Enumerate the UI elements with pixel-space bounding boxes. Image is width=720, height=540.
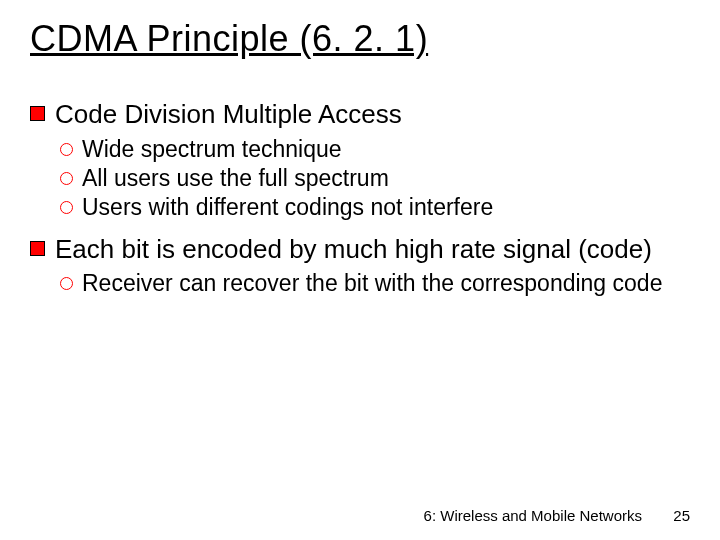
bullet-level1: Each bit is encoded by much high rate si… bbox=[30, 233, 690, 266]
bullet-level2: All users use the full spectrum bbox=[60, 164, 690, 193]
circle-bullet-icon bbox=[60, 172, 73, 185]
footer-section: 6: Wireless and Mobile Networks bbox=[424, 507, 642, 524]
slide-footer: 6: Wireless and Mobile Networks 25 bbox=[424, 507, 690, 524]
bullet-level2: Receiver can recover the bit with the co… bbox=[60, 269, 690, 298]
bullet-level2: Users with different codings not interfe… bbox=[60, 193, 690, 222]
bullet-text: Code Division Multiple Access bbox=[55, 98, 690, 131]
slide-title: CDMA Principle (6. 2. 1) bbox=[30, 18, 428, 60]
bullet-level1: Code Division Multiple Access bbox=[30, 98, 690, 131]
bullet-level2: Wide spectrum technique bbox=[60, 135, 690, 164]
slide-body: Code Division Multiple Access Wide spect… bbox=[30, 92, 690, 299]
square-bullet-icon bbox=[30, 106, 45, 121]
footer-page-number: 25 bbox=[670, 507, 690, 524]
circle-bullet-icon bbox=[60, 201, 73, 214]
slide: CDMA Principle (6. 2. 1) Code Division M… bbox=[0, 0, 720, 540]
bullet-text: All users use the full spectrum bbox=[82, 164, 690, 193]
bullet-text: Each bit is encoded by much high rate si… bbox=[55, 233, 690, 266]
circle-bullet-icon bbox=[60, 143, 73, 156]
bullet-text: Receiver can recover the bit with the co… bbox=[82, 269, 690, 298]
bullet-text: Users with different codings not interfe… bbox=[82, 193, 690, 222]
bullet-text: Wide spectrum technique bbox=[82, 135, 690, 164]
square-bullet-icon bbox=[30, 241, 45, 256]
circle-bullet-icon bbox=[60, 277, 73, 290]
